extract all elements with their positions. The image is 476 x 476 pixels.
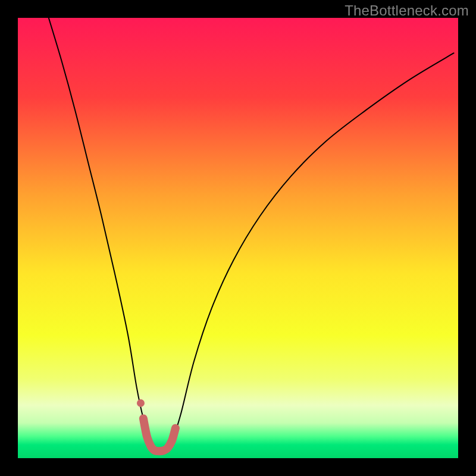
curve-layer	[18, 18, 458, 458]
optimal-marker-band	[143, 418, 176, 451]
marker-dot	[137, 399, 145, 407]
chart-container: TheBottleneck.com	[0, 0, 476, 476]
bottleneck-curve	[49, 18, 454, 450]
plot-area	[18, 18, 458, 458]
watermark-text: TheBottleneck.com	[345, 2, 469, 19]
